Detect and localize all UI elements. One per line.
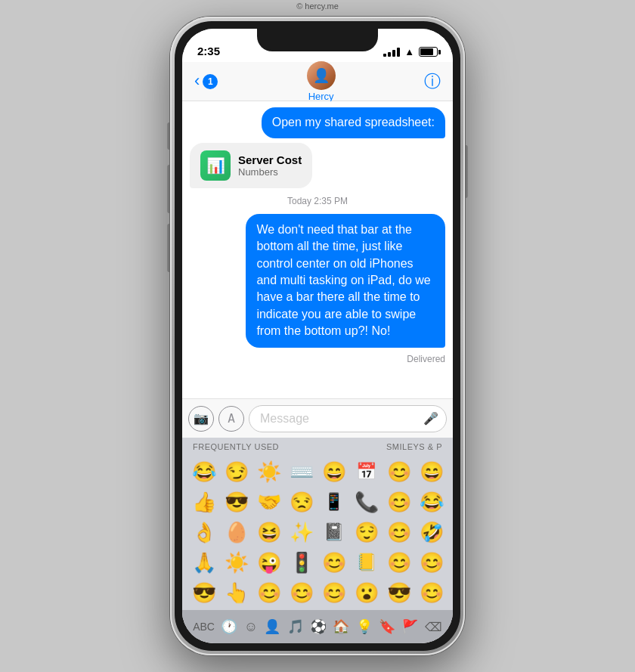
music-icon[interactable]: 🎵 <box>287 618 304 635</box>
emoji-9[interactable]: 👍 <box>188 488 219 516</box>
emoji-36[interactable]: 😊 <box>286 578 317 607</box>
mic-icon: 🎤 <box>423 411 438 426</box>
smileys-label: SMILEYS & P <box>386 442 442 451</box>
delete-icon[interactable]: ⌫ <box>425 620 442 634</box>
messages-area: Open my shared spreadsheet: 📊 Server Cos… <box>182 101 453 398</box>
emoji-19[interactable]: 😆 <box>253 518 284 547</box>
emoji-33[interactable]: 😎 <box>188 578 219 607</box>
signal-icon <box>383 48 400 57</box>
emoji-11[interactable]: 🤝 <box>253 488 284 516</box>
emoji-15[interactable]: 😊 <box>383 488 414 516</box>
emoji-14[interactable]: 📞 <box>351 488 382 516</box>
message-text-1: Open my shared spreadsheet: <box>272 116 435 129</box>
travel-icon[interactable]: 🏠 <box>333 618 349 635</box>
emoji-keyboard: FREQUENTLY USED SMILEYS & P 😂 😏 ☀️ ⌨️ 😄 … <box>182 438 453 643</box>
emoji-7[interactable]: 😊 <box>383 457 414 486</box>
emoji-32[interactable]: 😊 <box>416 548 447 577</box>
emoji-24[interactable]: 🤣 <box>416 518 447 547</box>
emoji-10[interactable]: 😎 <box>221 488 252 516</box>
emoji-8[interactable]: 😄 <box>416 457 447 486</box>
delivered-status: Delivered <box>190 354 445 364</box>
emoji-39[interactable]: 😎 <box>383 578 414 607</box>
numbers-icon: 📊 <box>206 156 225 175</box>
emoji-38[interactable]: 😮 <box>351 578 382 607</box>
emoji-20[interactable]: ✨ <box>286 518 317 547</box>
emoji-13[interactable]: 📱 <box>318 488 349 516</box>
contact-header[interactable]: Hercy <box>307 61 336 102</box>
emoji-1[interactable]: 😂 <box>188 457 219 486</box>
emoji-21[interactable]: 📓 <box>318 518 349 547</box>
status-time: 2:35 <box>197 45 220 57</box>
input-bar: 📷 A Message 🎤 <box>182 398 453 438</box>
battery-icon <box>419 47 438 57</box>
symbols-icon[interactable]: 🔖 <box>379 618 395 635</box>
file-name: Server Cost <box>238 153 302 166</box>
emoji-16[interactable]: 😂 <box>416 488 447 516</box>
emoji-29[interactable]: 😊 <box>318 548 349 577</box>
emoji-31[interactable]: 😊 <box>383 548 414 577</box>
apps-icon: A <box>228 411 235 426</box>
emoji-17[interactable]: 👌 <box>188 518 219 547</box>
emoji-40[interactable]: 😊 <box>416 578 447 607</box>
emoji-5[interactable]: 😄 <box>318 457 349 486</box>
emoji-section-headers: FREQUENTLY USED SMILEYS & P <box>182 438 453 454</box>
emoji-3[interactable]: ☀️ <box>253 457 284 486</box>
person-icon[interactable]: 👤 <box>264 618 280 635</box>
file-icon: 📊 <box>200 150 231 181</box>
nav-bar: ‹ 1 Hercy ⓘ <box>182 62 453 101</box>
message-text-2: We don't need that bar at the bottom all… <box>256 223 430 337</box>
emoji-12[interactable]: 😒 <box>286 488 317 516</box>
contact-name: Hercy <box>308 91 334 102</box>
emoji-37[interactable]: 😊 <box>318 578 349 607</box>
apps-button[interactable]: A <box>218 406 244 432</box>
website-label: © hercy.me <box>296 2 339 11</box>
message-timestamp: Today 2:35 PM <box>190 196 445 206</box>
power-button <box>465 145 468 198</box>
emoji-34[interactable]: 👆 <box>221 578 252 607</box>
emoji-2[interactable]: 😏 <box>221 457 252 486</box>
wifi-icon: ▲ <box>404 46 414 57</box>
emoji-27[interactable]: 😜 <box>253 548 284 577</box>
camera-icon: 📷 <box>194 411 209 426</box>
emoji-35[interactable]: 😊 <box>253 578 284 607</box>
message-input[interactable]: Message 🎤 <box>249 405 447 432</box>
file-info: Server Cost Numbers <box>238 153 302 178</box>
abc-key[interactable]: ABC <box>193 621 215 633</box>
avatar <box>307 61 336 90</box>
frequently-used-label: FREQUENTLY USED <box>193 442 279 451</box>
objects-icon[interactable]: 💡 <box>356 618 373 635</box>
emoji-30[interactable]: 📒 <box>351 548 382 577</box>
message-file-attachment[interactable]: 📊 Server Cost Numbers <box>190 143 312 188</box>
back-badge: 1 <box>203 74 218 89</box>
clock-icon[interactable]: 🕐 <box>221 618 237 635</box>
back-button[interactable]: ‹ 1 <box>194 74 218 89</box>
notch <box>257 29 378 51</box>
smiley-icon[interactable]: ☺️ <box>244 619 258 635</box>
file-type: Numbers <box>238 166 302 178</box>
status-right-icons: ▲ <box>383 46 438 57</box>
emoji-23[interactable]: 😊 <box>383 518 414 547</box>
emoji-26[interactable]: ☀️ <box>221 548 252 577</box>
emoji-18[interactable]: 🥚 <box>221 518 252 547</box>
sports-icon[interactable]: ⚽ <box>310 618 327 635</box>
emoji-4[interactable]: ⌨️ <box>286 457 317 486</box>
camera-button[interactable]: 📷 <box>188 406 214 432</box>
message-bubble-sent-1: Open my shared spreadsheet: <box>262 107 445 138</box>
emoji-25[interactable]: 🙏 <box>188 548 219 577</box>
emoji-bottom-bar: ABC 🕐 ☺️ 👤 🎵 ⚽ 🏠 💡 🔖 🚩 ⌫ <box>182 610 453 643</box>
message-bubble-sent-2: We don't need that bar at the bottom all… <box>246 214 445 348</box>
info-button[interactable]: ⓘ <box>424 70 441 93</box>
emoji-grid: 😂 😏 ☀️ ⌨️ 😄 📅 😊 😄 👍 😎 🤝 😒 📱 📞 <box>182 454 453 610</box>
emoji-28[interactable]: 🚦 <box>286 548 317 577</box>
flags-icon[interactable]: 🚩 <box>401 618 418 635</box>
message-placeholder: Message <box>260 412 309 426</box>
emoji-22[interactable]: 😌 <box>351 518 382 547</box>
emoji-6[interactable]: 📅 <box>351 457 382 486</box>
chevron-left-icon: ‹ <box>194 73 200 89</box>
